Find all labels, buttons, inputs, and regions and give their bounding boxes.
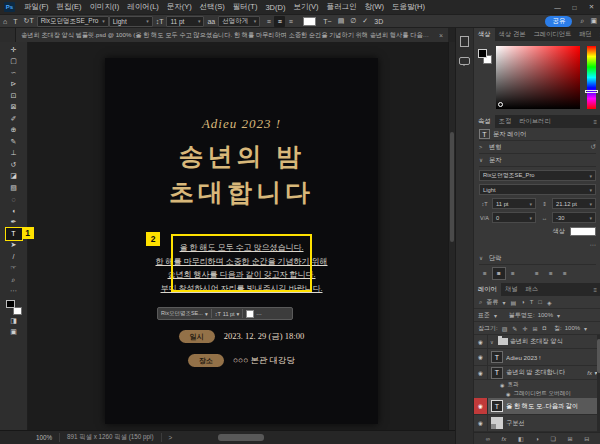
3d-icon[interactable]: 3D <box>371 18 386 25</box>
panel-menu-icon[interactable]: ≡ <box>596 28 600 41</box>
visibility-eye-icon-highlighted[interactable]: ◉ <box>474 398 488 414</box>
visibility-eye-icon[interactable]: ◉ <box>474 349 488 365</box>
foreground-background-swatches[interactable] <box>5 300 23 315</box>
lasso-tool[interactable]: ∽ <box>6 67 22 79</box>
brush-tool[interactable]: ✎ <box>6 136 22 148</box>
visibility-eye-icon[interactable]: ◉ <box>474 366 488 379</box>
tab-adjustments[interactable]: 조정 <box>495 115 516 128</box>
visibility-eye-icon[interactable]: ◉ <box>506 391 510 397</box>
mini-font-size-value[interactable]: 11 pt <box>223 311 235 317</box>
effects-row[interactable]: ◉ 효과 <box>474 380 600 389</box>
font-family-field[interactable]: Rix모던명조SE_Pro ▾ <box>479 170 596 181</box>
history-brush-tool[interactable]: ↺ <box>6 159 22 171</box>
visibility-eye-icon[interactable]: ◉ <box>474 415 488 431</box>
filter-smart-objects-icon[interactable]: ◈ <box>546 299 553 306</box>
quick-mask-button[interactable]: ◨ <box>6 315 22 327</box>
eraser-tool[interactable]: ◪ <box>6 171 22 183</box>
cancel-edit-icon[interactable]: ∅ <box>347 17 359 25</box>
type-tool-preset-icon[interactable]: T <box>10 18 20 25</box>
delete-layer-icon[interactable]: ⊟ <box>584 435 589 442</box>
share-button[interactable]: 공유 <box>545 16 572 27</box>
menu-plugins[interactable]: 플러그인 <box>322 0 360 14</box>
layer-row-selected-body-text[interactable]: ◉ T 올 한 해도 모..다음과 같이 <box>474 398 600 415</box>
layer-row-group[interactable]: ◉ ∨ 송년회 초대장 양식 <box>474 335 600 349</box>
menu-filter[interactable]: 필터(T) <box>229 0 262 14</box>
workspace-icon[interactable]: ▣ <box>587 17 600 25</box>
canvas-area[interactable]: Adieu 2023 ! 송년의 밤 초대합니다 올 한 해도 모두 수고 많으… <box>28 42 455 430</box>
canvas-horizontal-scrollbar-thumb[interactable] <box>218 434 264 441</box>
tab-libraries[interactable]: 라이브러리 <box>515 115 554 128</box>
home-icon[interactable]: ⌂ <box>0 18 10 25</box>
tab-properties[interactable]: 속성 <box>474 115 495 128</box>
status-chevron-icon[interactable]: > <box>169 434 173 441</box>
tab-layers[interactable]: 레이어 <box>474 283 501 296</box>
justify-center-button[interactable]: ≡ <box>545 268 557 279</box>
visibility-eye-icon[interactable]: ◉ <box>474 335 488 348</box>
tab-channels[interactable]: 채널 <box>501 283 522 296</box>
path-selection-tool[interactable]: ➤ <box>6 240 22 252</box>
photoshop-app-icon[interactable]: Ps <box>4 2 15 12</box>
menu-window[interactable]: 창(W) <box>360 0 388 14</box>
document-poster[interactable]: Adieu 2023 ! 송년의 밤 초대합니다 올 한 해도 모두 수고 많으… <box>105 58 378 424</box>
font-weight-field[interactable]: Light ▾ <box>479 184 596 195</box>
text-color-swatch[interactable] <box>303 17 316 26</box>
search-icon[interactable]: ⌕ <box>577 17 587 25</box>
filter-adjustment-layers-icon[interactable]: ◑ <box>520 299 526 305</box>
mini-font-family-value[interactable]: Rix모던명조SE... <box>161 310 203 317</box>
zoom-tool[interactable]: ⌕ <box>6 274 22 286</box>
marquee-tool[interactable]: ▢ <box>6 56 22 68</box>
object-selection-tool[interactable]: ⊳ <box>6 79 22 91</box>
font-size-select[interactable]: 11 pt ▾ <box>166 16 204 27</box>
menu-view[interactable]: 보기(V) <box>289 0 322 14</box>
filter-shape-layers-icon[interactable]: □ <box>537 299 543 305</box>
reset-icon[interactable]: ↺ <box>591 143 596 151</box>
align-center-button[interactable]: ≡ <box>274 16 285 27</box>
type-color-swatch[interactable] <box>570 227 596 236</box>
canvas-vertical-scrollbar[interactable] <box>448 42 455 430</box>
leading-field[interactable]: 21.12 pt ▾ <box>552 198 596 209</box>
libraries-panel-icon[interactable] <box>460 36 469 47</box>
saturation-brightness-field[interactable] <box>496 46 580 109</box>
lock-all-icon[interactable]: ◘ <box>541 325 547 331</box>
align-left-button[interactable]: ≡ <box>479 268 491 279</box>
filter-kind-label[interactable]: 종류 <box>486 298 498 307</box>
document-tab[interactable]: 송년회 초대장 양식 템플릿.psd @ 100% (올 한 해도 모두 수고 … <box>16 28 448 42</box>
clone-stamp-tool[interactable]: ⊥ <box>6 148 22 160</box>
layer-style-icon[interactable]: fx <box>502 436 507 442</box>
menu-type[interactable]: 문자(Y) <box>163 0 196 14</box>
lock-transparency-icon[interactable]: ▨ <box>501 325 509 332</box>
lock-artboard-icon[interactable]: ⊞ <box>531 325 538 332</box>
lock-position-icon[interactable]: ✛ <box>521 325 528 332</box>
lock-pixels-icon[interactable]: ✎ <box>511 325 518 332</box>
crop-tool[interactable]: ⊡ <box>6 90 22 102</box>
new-layer-icon[interactable]: ⊞ <box>568 435 573 442</box>
tab-color[interactable]: 색상 <box>474 28 495 41</box>
color-foreground-swatch[interactable] <box>478 49 487 58</box>
layer-mask-icon[interactable]: ◧ <box>518 435 524 442</box>
eyedropper-tool[interactable]: ✐ <box>6 113 22 125</box>
zoom-level-value[interactable]: 100% <box>36 434 52 441</box>
commit-edit-icon[interactable]: ✓ <box>359 17 371 25</box>
healing-brush-tool[interactable]: ⊕ <box>6 125 22 137</box>
warp-text-icon[interactable]: T~ <box>320 18 334 25</box>
tab-paths[interactable]: 패스 <box>521 283 542 296</box>
scrollbar-thumb[interactable] <box>450 132 454 242</box>
text-orientation-icon[interactable]: ↻T <box>21 17 37 25</box>
justify-right-button[interactable]: ≡ <box>559 268 571 279</box>
minimize-button[interactable]: — <box>549 0 566 14</box>
align-right-button[interactable]: ≡ <box>507 268 519 279</box>
chevron-down-icon[interactable]: ∨ <box>490 339 494 345</box>
hand-tool[interactable]: ☞ <box>6 263 22 275</box>
character-section-header[interactable]: ∨ 문자 <box>479 154 596 167</box>
tab-gradients[interactable]: 그레이디언트 <box>530 28 576 41</box>
comments-panel-icon[interactable] <box>459 57 470 65</box>
menu-edit[interactable]: 편집(E) <box>53 0 86 14</box>
filter-pixel-layers-icon[interactable]: ▤ <box>509 299 517 306</box>
dodge-tool[interactable]: ◖ <box>6 205 22 217</box>
font-size-field[interactable]: 11 pt ▾ <box>492 198 536 209</box>
font-family-select[interactable]: Rix모던명조SE_Pro ▾ <box>37 16 109 27</box>
tab-close-icon[interactable]: × <box>439 32 443 39</box>
visibility-eye-icon[interactable]: ◉ <box>500 382 504 388</box>
fill-value[interactable]: 100% <box>565 325 580 331</box>
background-color-swatch[interactable] <box>13 307 22 315</box>
